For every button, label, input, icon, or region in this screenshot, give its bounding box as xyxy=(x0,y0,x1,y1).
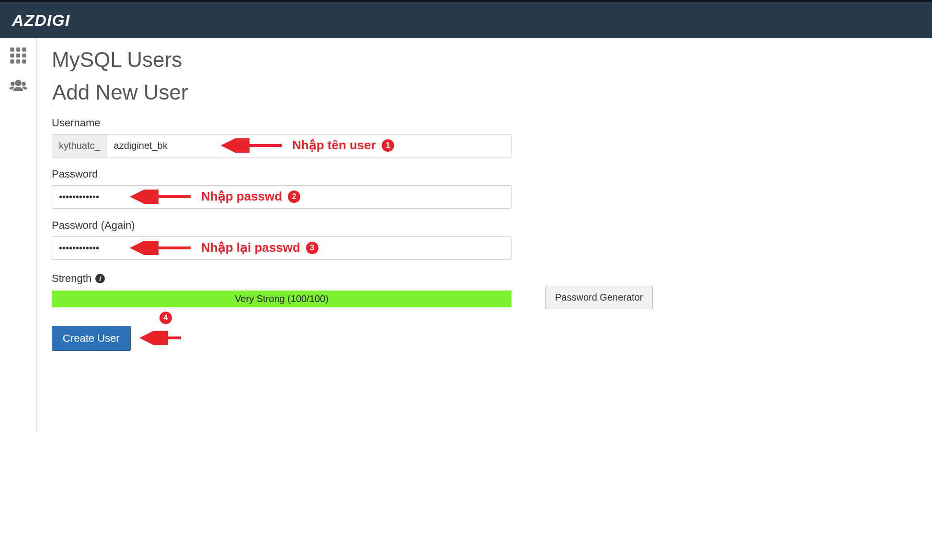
strength-row: Strength i Very Strong (100/100) Passwor… xyxy=(52,270,918,309)
users-icon[interactable] xyxy=(7,78,30,95)
sidebar xyxy=(0,38,37,431)
strength-block: Strength i Very Strong (100/100) xyxy=(52,272,511,307)
password-group: Password Nhập passwd 2 xyxy=(52,168,918,209)
svg-rect-6 xyxy=(10,59,14,63)
strength-bar: Very Strong (100/100) xyxy=(52,291,511,307)
svg-rect-2 xyxy=(22,47,26,51)
password-again-label: Password (Again) xyxy=(52,219,918,232)
svg-rect-4 xyxy=(16,54,20,57)
password-again-group: Password (Again) Nhập lại passwd 3 xyxy=(52,219,918,260)
annotation-badge-4: 4 xyxy=(159,312,172,324)
svg-rect-0 xyxy=(10,47,14,51)
username-input-row: kythuatc_ Nhập tên user 1 xyxy=(52,134,511,157)
svg-rect-8 xyxy=(22,59,26,63)
svg-point-10 xyxy=(11,82,15,86)
username-prefix: kythuatc_ xyxy=(52,134,107,157)
main-content: MySQL Users Add New User Username kythua… xyxy=(37,38,932,431)
svg-rect-5 xyxy=(22,54,26,57)
arrow-left-icon xyxy=(138,331,186,345)
username-label: Username xyxy=(52,117,918,129)
svg-point-9 xyxy=(15,80,21,86)
brand-logo: AZDIGI xyxy=(12,11,70,30)
create-user-button[interactable]: Create User xyxy=(52,326,131,351)
create-user-row: 4 Create User xyxy=(52,309,918,351)
password-generator-button[interactable]: Password Generator xyxy=(545,286,653,309)
main-layout: MySQL Users Add New User Username kythua… xyxy=(0,38,932,431)
annotation-4 xyxy=(138,331,186,345)
password-label: Password xyxy=(52,168,918,180)
username-input[interactable] xyxy=(107,134,511,157)
grid-apps-icon[interactable] xyxy=(7,47,30,64)
section-heading: MySQL Users xyxy=(52,48,918,72)
password-again-input-row: Nhập lại passwd 3 xyxy=(52,236,511,260)
password-again-input[interactable] xyxy=(52,236,511,260)
svg-point-11 xyxy=(22,82,26,86)
subsection-heading: Add New User xyxy=(52,80,918,106)
username-group: Username kythuatc_ Nhập tên user 1 xyxy=(52,117,918,157)
svg-rect-1 xyxy=(16,47,20,51)
svg-rect-3 xyxy=(10,54,14,57)
svg-rect-7 xyxy=(16,59,20,63)
info-icon[interactable]: i xyxy=(95,274,105,283)
strength-label: Strength i xyxy=(52,272,511,285)
strength-label-text: Strength xyxy=(52,272,91,285)
password-input[interactable] xyxy=(52,185,511,209)
password-input-row: Nhập passwd 2 xyxy=(52,185,511,209)
header-bar: AZDIGI xyxy=(0,0,932,38)
